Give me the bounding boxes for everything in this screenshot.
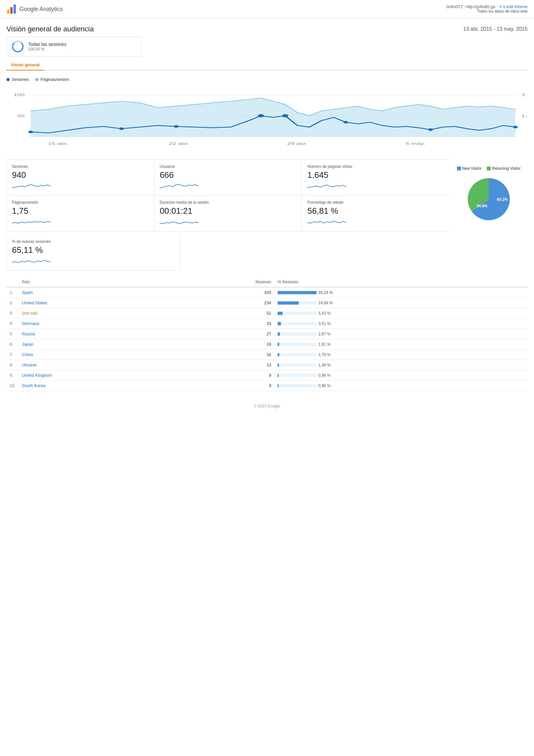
svg-text:15 abr.: 15 abr. (48, 142, 68, 146)
sparkline-bounce (307, 218, 346, 226)
row-num: 6. (7, 339, 19, 350)
session-count: 9 (177, 370, 275, 381)
table-row: 7. China 16 1,70 % (7, 350, 527, 360)
country-name[interactable]: South Korea (19, 381, 177, 391)
session-count: 27 (177, 329, 275, 339)
segment-box[interactable]: Todas las sesiones 100,00 % (7, 37, 142, 57)
country-name[interactable]: Germany (19, 318, 177, 329)
session-pct-bar: 2,87 % (275, 329, 527, 339)
row-num: 5. (7, 329, 19, 339)
chart-area: Sesiones Páginas/sesión 100 50 3 1,5 (7, 77, 527, 156)
row-num: 2. (7, 298, 19, 308)
session-pct-bar: 1,38 % (275, 360, 527, 370)
session-count: 16 (177, 350, 275, 360)
table-row: 1. Spain 435 46,28 % (7, 287, 527, 298)
table-row: 5. Russia 27 2,87 % (7, 329, 527, 339)
table-row: 8. Ukraine 13 1,38 % (7, 360, 527, 370)
sparkline-new-sessions (12, 257, 51, 265)
session-pct-bar: 24,89 % (275, 298, 527, 308)
svg-text:29 abr.: 29 abr. (287, 142, 307, 146)
row-num: 10. (7, 381, 19, 391)
session-count: 33 (177, 318, 275, 329)
col-sessions-header: Sesiones (177, 277, 275, 287)
col-country-header: País (19, 277, 177, 287)
country-name[interactable]: (not set) (19, 308, 177, 318)
sparkline-pages-session (12, 218, 51, 226)
session-count: 234 (177, 298, 275, 308)
session-count: 18 (177, 339, 275, 350)
sparkline-duration (160, 218, 199, 226)
svg-text:100: 100 (13, 93, 25, 97)
svg-point-17 (513, 126, 518, 128)
stat-users: Usuarios 666 (154, 160, 302, 196)
svg-rect-2 (13, 5, 16, 14)
logo-text: Google Analytics (19, 6, 63, 13)
footer: © 2015 Google (0, 391, 534, 415)
stat-new-sessions: % de nuevas sesiones 65,11 % (7, 235, 180, 271)
country-name[interactable]: Japan (19, 339, 177, 350)
table-row: 10. South Korea 9 0,96 % (7, 381, 527, 391)
sparkline-sessions (12, 182, 51, 190)
table-row: 4. Germany 33 3,51 % (7, 318, 527, 329)
legend-pages: Páginas/sesión (35, 77, 69, 82)
site-sub: Todos los datos de sitios web (446, 9, 527, 14)
country-name[interactable]: Ukraine (19, 360, 177, 370)
svg-rect-1 (10, 7, 13, 14)
chart-legend: Sesiones Páginas/sesión (7, 77, 527, 82)
country-name[interactable]: Spain (19, 287, 177, 298)
svg-point-11 (119, 127, 124, 130)
country-name[interactable]: Russia (19, 329, 177, 339)
country-name[interactable]: United Kingdom (19, 370, 177, 381)
session-count: 435 (177, 287, 275, 298)
row-num: 4. (7, 318, 19, 329)
country-name[interactable]: United States (19, 298, 177, 308)
ga-logo-icon (7, 4, 17, 14)
svg-point-15 (343, 121, 348, 123)
svg-point-16 (428, 128, 433, 131)
main-chart: 100 50 3 1,5 15 abr. 22 abr. 29 abr. 6 m… (7, 85, 527, 156)
row-num: 1. (7, 287, 19, 298)
row-num: 9. (7, 370, 19, 381)
table-row: 9. United Kingdom 9 0,96 % (7, 370, 527, 381)
svg-point-13 (258, 114, 264, 117)
site-info: GofioDT2 - http://gofiodt2.ga Ir a este … (446, 5, 527, 9)
country-name[interactable]: China (19, 350, 177, 360)
table-row: 6. Japan 18 1,91 % (7, 339, 527, 350)
session-pct-bar: 0,96 % (275, 381, 527, 391)
stat-pageviews: Número de páginas vistas 1.645 (302, 160, 450, 196)
session-pct-bar: 1,70 % (275, 350, 527, 360)
table-header-row: País Sesiones % Sesiones (7, 277, 527, 287)
segment-name: Todas las sesiones (28, 42, 66, 47)
sessions-dot-icon (7, 78, 10, 81)
svg-text:3: 3 (521, 93, 525, 97)
stat-sessions: Sesiones 940 (7, 160, 154, 196)
session-pct-bar: 46,28 % (275, 287, 527, 298)
segment-info: Todas las sesiones 100,00 % (28, 42, 66, 51)
session-count: 9 (177, 381, 275, 391)
row-num: 3. (7, 308, 19, 318)
report-link[interactable]: Ir a este informe (499, 5, 527, 9)
svg-text:22 abr.: 22 abr. (169, 142, 189, 146)
pie-chart: 65.2% 34.8% (460, 173, 518, 225)
row-num: 7. (7, 350, 19, 360)
col-pct-header: % Sesiones (275, 277, 527, 287)
session-pct-bar: 5,53 % (275, 308, 527, 318)
session-pct-bar: 0,96 % (275, 370, 527, 381)
country-table: País Sesiones % Sesiones 1. Spain 435 46… (7, 277, 527, 391)
stat-duration: Duración media de la sesión 00:01:21 (154, 196, 302, 231)
legend-sessions: Sesiones (7, 77, 29, 82)
logo-area: Google Analytics (7, 4, 63, 14)
pages-dot-icon (35, 78, 39, 81)
stats-section: Sesiones 940 Usuarios 666 Número de pági… (7, 159, 527, 231)
pie-legend-returning: Returning Visitor (487, 166, 521, 171)
sparkline-pageviews (307, 182, 346, 190)
date-range: 13 abr. 2015 - 13 may. 2015 (463, 25, 527, 32)
svg-point-10 (28, 131, 33, 133)
table-row: 3. (not set) 52 5,53 % (7, 308, 527, 318)
row-num: 8. (7, 360, 19, 370)
svg-point-12 (174, 125, 178, 128)
svg-rect-0 (7, 10, 9, 14)
stat-bounce: Porcentaje de rebote 56,81 % (302, 196, 450, 231)
tab-overview[interactable]: Visión general (7, 60, 44, 70)
returning-visitor-color (487, 167, 491, 171)
